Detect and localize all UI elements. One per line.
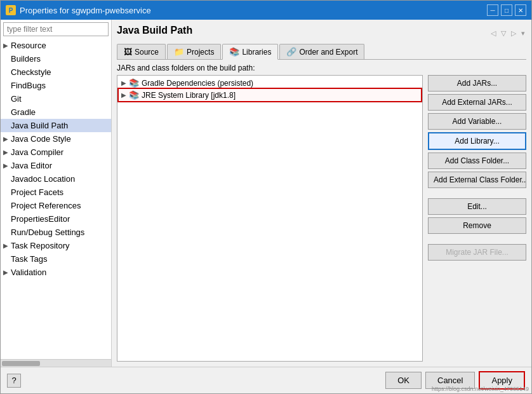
sidebar-item-java-editor[interactable]: ▶ Java Editor — [1, 159, 111, 172]
tab-projects[interactable]: 📁 Projects — [167, 44, 221, 59]
tab-libraries-label: Libraries — [242, 48, 271, 57]
right-panel: Java Build Path ◁ ▽ ▷ ▾ 🖼 Source — [112, 20, 531, 367]
jars-list[interactable]: ▶ 📚 Gradle Dependencies (persisted) ▶ 📚 … — [117, 75, 423, 362]
button-spacer — [428, 191, 526, 196]
libraries-tab-icon: 📚 — [229, 47, 239, 57]
close-button[interactable]: ✕ — [515, 4, 526, 16]
section-title: Java Build Path — [117, 25, 192, 36]
sidebar-item-label: Builders — [11, 54, 41, 64]
bottom-bar: ? OK Cancel Apply https://blog.csdn.net/… — [1, 367, 531, 393]
nav-forward-button[interactable]: ▷ — [510, 29, 517, 37]
expand-arrow: ▶ — [3, 135, 8, 142]
sidebar-item-label: FindBugs — [11, 81, 46, 90]
tabs-bar: 🖼 Source 📁 Projects 📚 Libraries 🔗 Order … — [117, 44, 526, 60]
sidebar-item-label: Task Repository — [11, 241, 69, 250]
jar-item-label: JRE System Library [jdk1.8] — [142, 91, 236, 100]
jars-panel: ▶ 📚 Gradle Dependencies (persisted) ▶ 📚 … — [117, 75, 423, 362]
maximize-button[interactable]: □ — [501, 4, 512, 16]
left-panel: ▶ Resource Builders Checkstyle FindBugs … — [1, 20, 112, 367]
expand-arrow: ▶ — [3, 42, 8, 49]
add-jars-button[interactable]: Add JARs... — [428, 75, 526, 92]
library-icon: 📚 — [129, 90, 139, 100]
minimize-button[interactable]: ─ — [487, 4, 498, 16]
sidebar-item-project-facets[interactable]: Project Facets — [1, 186, 111, 199]
order-export-tab-icon: 🔗 — [286, 47, 296, 57]
projects-tab-icon: 📁 — [174, 47, 184, 57]
library-icon: 📚 — [129, 78, 139, 88]
sidebar-item-project-references[interactable]: Project References — [1, 199, 111, 212]
main-content: ▶ Resource Builders Checkstyle FindBugs … — [1, 20, 531, 367]
nav-down-button[interactable]: ▽ — [500, 29, 507, 37]
window-body: ▶ Resource Builders Checkstyle FindBugs … — [1, 20, 531, 393]
sidebar-item-label: Java Compiler — [11, 147, 63, 157]
sidebar-item-run-debug-settings[interactable]: Run/Debug Settings — [1, 226, 111, 239]
main-window: P Properties for sgwpdm-pwebservice ─ □ … — [0, 0, 532, 394]
tab-libraries[interactable]: 📚 Libraries — [222, 44, 278, 60]
window-title: Properties for sgwpdm-pwebservice — [20, 6, 487, 15]
help-button[interactable]: ? — [7, 374, 21, 388]
sidebar-item-java-code-style[interactable]: ▶ Java Code Style — [1, 132, 111, 146]
add-variable-button[interactable]: Add Variable... — [428, 113, 526, 130]
filter-input[interactable] — [3, 22, 109, 36]
jar-item-jre-system[interactable]: ▶ 📚 JRE System Library [jdk1.8] — [119, 89, 421, 101]
expand-arrow: ▶ — [3, 242, 8, 249]
jar-item-gradle-deps[interactable]: ▶ 📚 Gradle Dependencies (persisted) — [119, 77, 421, 89]
sidebar-item-findbugs[interactable]: FindBugs — [1, 79, 111, 92]
sidebar-item-validation[interactable]: ▶ Validation — [1, 266, 111, 279]
sidebar-item-label: Checkstyle — [11, 67, 51, 77]
buttons-panel: Add JARs... Add External JARs... Add Var… — [428, 75, 526, 362]
source-tab-icon: 🖼 — [124, 47, 132, 57]
sidebar-item-javadoc-location[interactable]: Javadoc Location — [1, 172, 111, 186]
sidebar-item-resource[interactable]: ▶ Resource — [1, 39, 111, 52]
left-scroll-bar — [1, 359, 111, 367]
remove-button[interactable]: Remove — [428, 217, 526, 234]
sidebar-item-builders[interactable]: Builders — [1, 52, 111, 65]
sidebar-item-label: Java Editor — [11, 161, 52, 170]
sidebar-item-label: Project Facets — [11, 187, 63, 197]
nav-dropdown-button[interactable]: ▾ — [520, 29, 526, 37]
sidebar-item-label: PropertiesEditor — [11, 214, 70, 224]
tab-source[interactable]: 🖼 Source — [117, 44, 166, 59]
nav-back-button[interactable]: ◁ — [489, 29, 497, 37]
sidebar-item-task-tags[interactable]: Task Tags — [1, 252, 111, 266]
sidebar-item-label: Validation — [11, 268, 46, 277]
right-panel-header: Java Build Path ◁ ▽ ▷ ▾ — [117, 25, 526, 41]
sidebar-item-label: Javadoc Location — [11, 174, 75, 184]
sidebar-item-label: Java Code Style — [11, 134, 71, 144]
expand-arrow: ▶ — [121, 92, 126, 98]
nav-arrows: ◁ ▽ ▷ ▾ — [489, 29, 526, 37]
sidebar-item-label: Java Build Path — [11, 121, 68, 130]
add-class-folder-button[interactable]: Add Class Folder... — [428, 153, 526, 169]
sidebar-item-label: Git — [11, 94, 22, 104]
title-bar-controls: ─ □ ✕ — [487, 4, 526, 16]
title-bar: P Properties for sgwpdm-pwebservice ─ □ … — [1, 1, 531, 20]
migrate-jar-button[interactable]: Migrate JAR File... — [428, 244, 526, 261]
expand-arrow: ▶ — [121, 79, 126, 86]
sidebar-item-label: Gradle — [11, 107, 36, 117]
nav-tree: ▶ Resource Builders Checkstyle FindBugs … — [1, 39, 111, 359]
sidebar-item-java-compiler[interactable]: ▶ Java Compiler — [1, 146, 111, 159]
sidebar-item-checkstyle[interactable]: Checkstyle — [1, 65, 111, 79]
expand-arrow: ▶ — [3, 149, 8, 156]
sidebar-item-properties-editor[interactable]: PropertiesEditor — [1, 212, 111, 226]
content-area: ▶ 📚 Gradle Dependencies (persisted) ▶ 📚 … — [117, 75, 526, 362]
sidebar-item-label: Project References — [11, 201, 81, 210]
jars-label: JARs and class folders on the build path… — [117, 64, 526, 72]
add-external-jars-button[interactable]: Add External JARs... — [428, 94, 526, 111]
tab-order-export[interactable]: 🔗 Order and Export — [279, 44, 364, 59]
add-library-button[interactable]: Add Library... — [428, 132, 526, 150]
sidebar-item-task-repository[interactable]: ▶ Task Repository — [1, 239, 111, 252]
edit-button[interactable]: Edit... — [428, 198, 526, 215]
ok-button[interactable]: OK — [385, 372, 422, 389]
expand-arrow: ▶ — [3, 162, 8, 169]
button-spacer-2 — [428, 236, 526, 241]
add-external-class-folder-button[interactable]: Add External Class Folder... — [428, 172, 526, 188]
sidebar-item-git[interactable]: Git — [1, 92, 111, 105]
sidebar-item-gradle[interactable]: Gradle — [1, 105, 111, 119]
scroll-thumb[interactable] — [2, 361, 40, 366]
sidebar-item-label: Task Tags — [11, 254, 48, 264]
tab-source-label: Source — [135, 48, 159, 57]
tab-order-export-label: Order and Export — [299, 48, 357, 57]
sidebar-item-java-build-path[interactable]: Java Build Path — [1, 119, 111, 132]
watermark: https://blog.csdn.net/weixin_47065149 — [432, 386, 529, 392]
